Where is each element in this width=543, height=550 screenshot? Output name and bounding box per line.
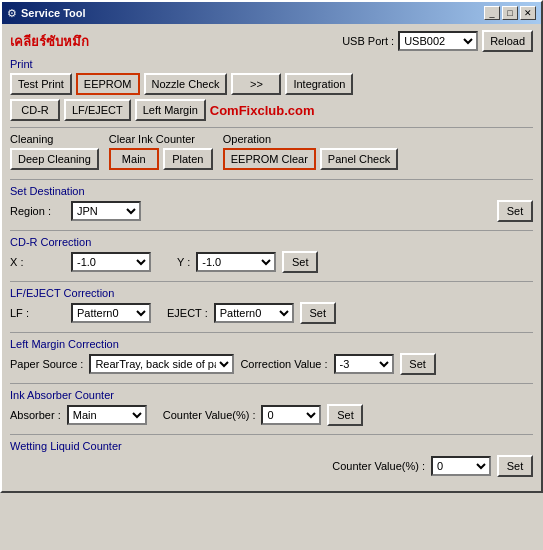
main-button[interactable]: Main (109, 148, 159, 170)
usb-section: USB Port : USB002 Reload (342, 30, 533, 52)
print-section: Print Test Print EEPROM Nozzle Check >> … (10, 58, 533, 121)
x-select[interactable]: -1.0 (71, 252, 151, 272)
wetting-liquid-section: Wetting Liquid Counter Counter Value(%) … (10, 440, 533, 477)
paper-source-label: Paper Source : (10, 358, 83, 370)
clear-ink-buttons: Main Platen (109, 148, 213, 170)
cleaning-label: Cleaning (10, 133, 99, 145)
cleaning-buttons: Deep Cleaning (10, 148, 99, 170)
wetting-counter-label: Counter Value(%) : (332, 460, 425, 472)
correction-value-label: Correction Value : (240, 358, 327, 370)
clear-ink-section: Clear Ink Counter Main Platen (109, 133, 213, 174)
divider-3 (10, 230, 533, 231)
y-label: Y : (177, 256, 190, 268)
divider-5 (10, 332, 533, 333)
cdr-set-button[interactable]: Set (282, 251, 318, 273)
window-icon: ⚙ (7, 7, 17, 20)
content-area: เคลียร์ซับหมึก USB Port : USB002 Reload … (2, 24, 541, 491)
correction-value-select[interactable]: -3 (334, 354, 394, 374)
wetting-liquid-label: Wetting Liquid Counter (10, 440, 533, 452)
operation-label: Operation (223, 133, 398, 145)
deep-cleaning-button[interactable]: Deep Cleaning (10, 148, 99, 170)
wetting-set-button[interactable]: Set (497, 455, 533, 477)
print-row-2: CD-R LF/EJECT Left Margin ComFixclub.com (10, 99, 533, 121)
eeprom-button[interactable]: EEPROM (76, 73, 140, 95)
minimize-button[interactable]: _ (484, 6, 500, 20)
usb-port-label: USB Port : (342, 35, 394, 47)
absorber-label: Absorber : (10, 409, 61, 421)
panel-check-button[interactable]: Panel Check (320, 148, 398, 170)
left-margin-set-button[interactable]: Set (400, 353, 436, 375)
test-print-button[interactable]: Test Print (10, 73, 72, 95)
divider-7 (10, 434, 533, 435)
y-select[interactable]: -1.0 (196, 252, 276, 272)
integration-button[interactable]: Integration (285, 73, 353, 95)
clear-ink-label: Clear Ink Counter (109, 133, 213, 145)
left-margin-button[interactable]: Left Margin (135, 99, 206, 121)
window-title: Service Tool (21, 7, 86, 19)
cleaning-op-row: Cleaning Deep Cleaning Clear Ink Counter… (10, 133, 533, 174)
set-destination-label: Set Destination (10, 185, 533, 197)
set-destination-button[interactable]: Set (497, 200, 533, 222)
operation-buttons: EEPROM Clear Panel Check (223, 148, 398, 170)
cd-r-button[interactable]: CD-R (10, 99, 60, 121)
lf-select[interactable]: Pattern0 (71, 303, 151, 323)
maximize-button[interactable]: □ (502, 6, 518, 20)
close-button[interactable]: ✕ (520, 6, 536, 20)
region-select[interactable]: JPN (71, 201, 141, 221)
platen-button[interactable]: Platen (163, 148, 213, 170)
region-label: Region : (10, 205, 65, 217)
eject-select[interactable]: Pattern0 (214, 303, 294, 323)
operation-section: Operation EEPROM Clear Panel Check (223, 133, 398, 174)
ink-absorber-section: Ink Absorber Counter Absorber : Main Cou… (10, 389, 533, 426)
nozzle-check-button[interactable]: Nozzle Check (144, 73, 228, 95)
title-bar-left: ⚙ Service Tool (7, 7, 86, 20)
x-label: X : (10, 256, 65, 268)
paper-source-select[interactable]: RearTray, back side of pap (89, 354, 234, 374)
cdr-correction-row: X : -1.0 Y : -1.0 Set (10, 251, 533, 273)
divider-6 (10, 383, 533, 384)
left-margin-row: Paper Source : RearTray, back side of pa… (10, 353, 533, 375)
comfix-label: ComFixclub.com (210, 103, 315, 118)
arrow-button[interactable]: >> (231, 73, 281, 95)
usb-port-select[interactable]: USB002 (398, 31, 478, 51)
lf-eject-row: LF : Pattern0 EJECT : Pattern0 Set (10, 302, 533, 324)
cdr-correction-section: CD-R Correction X : -1.0 Y : -1.0 Set (10, 236, 533, 273)
eject-label: EJECT : (167, 307, 208, 319)
title-bar: ⚙ Service Tool _ □ ✕ (2, 2, 541, 24)
main-window: ⚙ Service Tool _ □ ✕ เคลียร์ซับหมึก USB … (0, 0, 543, 493)
thai-label: เคลียร์ซับหมึก (10, 31, 89, 52)
reload-button[interactable]: Reload (482, 30, 533, 52)
divider-2 (10, 179, 533, 180)
set-destination-row: Region : JPN Set (10, 200, 533, 222)
lf-eject-label: LF/EJECT Correction (10, 287, 533, 299)
left-margin-section: Left Margin Correction Paper Source : Re… (10, 338, 533, 375)
lf-eject-section: LF/EJECT Correction LF : Pattern0 EJECT … (10, 287, 533, 324)
wetting-liquid-row: Counter Value(%) : 0 Set (10, 455, 533, 477)
counter-value-select[interactable]: 0 (261, 405, 321, 425)
title-buttons: _ □ ✕ (484, 6, 536, 20)
left-margin-label: Left Margin Correction (10, 338, 533, 350)
print-section-label: Print (10, 58, 533, 70)
set-destination-section: Set Destination Region : JPN Set (10, 185, 533, 222)
eeprom-clear-button[interactable]: EEPROM Clear (223, 148, 316, 170)
lf-label: LF : (10, 307, 65, 319)
lf-set-button[interactable]: Set (300, 302, 336, 324)
ink-absorber-set-button[interactable]: Set (327, 404, 363, 426)
ink-absorber-row: Absorber : Main Counter Value(%) : 0 Set (10, 404, 533, 426)
ink-absorber-label: Ink Absorber Counter (10, 389, 533, 401)
top-bar: เคลียร์ซับหมึก USB Port : USB002 Reload (10, 30, 533, 52)
wetting-counter-select[interactable]: 0 (431, 456, 491, 476)
counter-value-label: Counter Value(%) : (163, 409, 256, 421)
divider-1 (10, 127, 533, 128)
print-row-1: Test Print EEPROM Nozzle Check >> Integr… (10, 73, 533, 95)
divider-4 (10, 281, 533, 282)
lf-eject-button[interactable]: LF/EJECT (64, 99, 131, 121)
absorber-select[interactable]: Main (67, 405, 147, 425)
cdr-correction-label: CD-R Correction (10, 236, 533, 248)
cleaning-section: Cleaning Deep Cleaning (10, 133, 99, 174)
